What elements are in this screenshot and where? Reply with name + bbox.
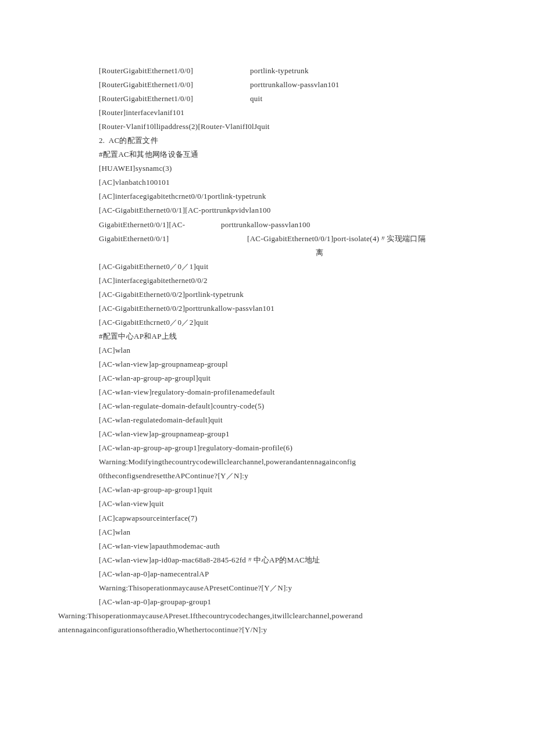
config-line: [AC-wlan-ap-group-ap-groupl]quit bbox=[99, 371, 483, 385]
section-heading: #配置AC和其他网络设备互通 bbox=[99, 148, 483, 162]
config-line: [AC-wlan-view]ap-groupnameap-group1 bbox=[99, 427, 483, 441]
config-line: [AC-wlan-ap-group-ap-group1]quit bbox=[99, 483, 483, 497]
config-line: [AC-wIan-view]regulatory-domain-profiIen… bbox=[99, 385, 483, 399]
config-line: [AC]vlanbatch100101 bbox=[99, 175, 483, 189]
config-line: [AC-wlan-regulatedomain-default]quit bbox=[99, 413, 483, 427]
cmd-prompt: [RouterGigabitEthernet1/0/0] bbox=[99, 64, 250, 78]
section-heading: 2. AC的配置文件 bbox=[99, 134, 483, 148]
config-line: [AC]interfacegigabitethernet0/0/2 bbox=[99, 274, 483, 288]
config-line: [AC-GigabitEthernet0/0/2]porttrunkallow-… bbox=[99, 302, 483, 316]
config-line: [AC-wlan-ap-0]ap-groupap-group1 bbox=[99, 595, 483, 609]
config-line: [RouterGigabitEthernet1/0/0]portlink-typ… bbox=[99, 64, 483, 78]
config-line: [AC-GigabitEthernet0/0/1][AC-porttrunkpv… bbox=[99, 203, 483, 217]
config-line: [AC-GigabitEthernet0／0／1]quit bbox=[99, 260, 483, 274]
config-line: [AC-GigabitEthernet0/0/2]portlink-typetr… bbox=[99, 288, 483, 302]
config-line: [AC]capwapsourceinterface(7) bbox=[99, 511, 483, 525]
config-line: [AC-wlan-ap-group-ap-group1]regulatory-d… bbox=[99, 441, 483, 455]
config-line: [AC-wlan-view]ap-id0ap-mac68a8-2845-62fd… bbox=[99, 553, 483, 567]
cmd-text: portlink-typetrunk bbox=[250, 64, 309, 78]
config-line: [AC-wlan-regulate-domain-default]country… bbox=[99, 399, 483, 413]
cmd-prompt: GigabitEthernet0/0/1][AC- bbox=[99, 218, 221, 232]
cmd-text: [AC-GigabitEthernet0/0/1]port-isolate(4)… bbox=[247, 234, 426, 243]
config-line: [AC]wlan bbox=[99, 343, 483, 357]
section-heading: #配置中心AP和AP上线 bbox=[99, 329, 483, 343]
config-line: [Router]interfacevlanif101 bbox=[99, 106, 483, 120]
config-line: [RouterGigabitEthernet1/0/0]porttrunkall… bbox=[99, 78, 483, 92]
config-line: [HUAWEI]sysnamc(3) bbox=[99, 162, 483, 175]
config-line: [Router-Vlanif10llipaddress(2)[Router-Vl… bbox=[99, 120, 483, 134]
config-line: [AC]interfacegigabitethcrnet0/0/1portlin… bbox=[99, 189, 483, 203]
config-line: GigabitEthernet0/0/1][AC-porttrunkallow-… bbox=[99, 218, 483, 232]
config-line: [AC-wlan-view]ap-groupnameap-groupl bbox=[99, 357, 483, 371]
cmd-prompt: GigabitEthernet0/0/1] bbox=[99, 232, 247, 246]
config-line: 离 bbox=[157, 246, 483, 260]
config-line: [AC]wlan bbox=[99, 525, 483, 539]
cmd-prompt: [RouterGigabitEthernet1/0/0] bbox=[99, 92, 250, 106]
config-line: [AC-wlan-ap-0]ap-namecentralAP bbox=[99, 567, 483, 581]
config-line: [AC-wIan-view]apauthmodemac-auth bbox=[99, 539, 483, 553]
cmd-text: porttrunkallow-passvlan101 bbox=[250, 78, 340, 92]
cmd-text: porttrunkallow-passvlan100 bbox=[221, 220, 311, 229]
cmd-text: quit bbox=[250, 92, 262, 106]
cmd-prompt: [RouterGigabitEthernet1/0/0] bbox=[99, 78, 250, 92]
config-line: Warning:ThisoperationmaycauseAPreset.Ift… bbox=[58, 609, 483, 637]
config-line: 0ftheconfigsendresettheAPContinue?[Y／N]:… bbox=[99, 469, 483, 483]
config-line: GigabitEthernet0/0/1][AC-GigabitEthernet… bbox=[99, 232, 483, 246]
config-line: [AC-wlan-view]quit bbox=[99, 497, 483, 511]
config-line: Warning:ThisoperationmaycauseAPresetCont… bbox=[99, 581, 483, 595]
config-line: Warning:Modifyingthecountrycodewillclear… bbox=[99, 455, 483, 469]
config-line: [AC-GigabitEthcrnet0／0／2]quit bbox=[99, 316, 483, 329]
config-line: [RouterGigabitEthernet1/0/0]quit bbox=[99, 92, 483, 106]
